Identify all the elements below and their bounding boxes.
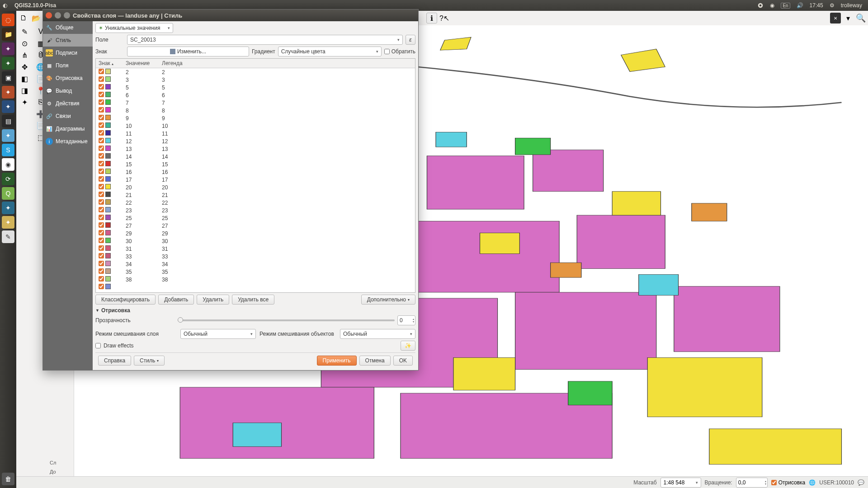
gradient-combo[interactable]: Случайные цвета xyxy=(278,47,382,56)
class-check[interactable] xyxy=(99,92,104,97)
delete-all-button[interactable]: Удалить все xyxy=(232,295,274,305)
class-check[interactable] xyxy=(99,192,104,197)
classes-table[interactable]: Знак ▴ Значение Легенда 22 33 55 66 77 8… xyxy=(95,58,415,293)
rotation-spinner[interactable]: 0,0 xyxy=(736,478,768,488)
class-check[interactable] xyxy=(99,176,104,182)
blend-layer-combo[interactable]: Обычный xyxy=(180,329,256,339)
trash-icon[interactable]: 🗑 xyxy=(2,473,14,485)
delete-class-button[interactable]: Удалить xyxy=(197,295,229,305)
class-check[interactable] xyxy=(99,115,104,120)
help-button[interactable]: Справка xyxy=(98,356,131,366)
nav-actions[interactable]: ⚙Действия xyxy=(43,97,93,110)
class-row[interactable] xyxy=(96,283,415,291)
class-check[interactable] xyxy=(99,268,104,274)
close-icon[interactable] xyxy=(46,12,52,19)
class-row[interactable]: 3131 xyxy=(96,245,415,253)
col-legend[interactable]: Легенда xyxy=(159,59,415,68)
col-sign[interactable]: Знак ▴ xyxy=(96,59,123,68)
classify-button[interactable]: Классифицировать xyxy=(95,295,156,305)
nav-diagrams[interactable]: 📊Диаграммы xyxy=(43,122,93,135)
crs-label[interactable]: USER:100010 xyxy=(819,479,854,486)
class-check[interactable] xyxy=(99,207,104,212)
symbol-change-button[interactable]: Изменить... xyxy=(127,47,249,56)
whatsthis-icon[interactable]: ?↖ xyxy=(439,13,450,23)
pencil-icon[interactable]: ✎ xyxy=(19,26,30,37)
class-check[interactable] xyxy=(99,161,104,166)
node-icon[interactable]: ⊙ xyxy=(19,38,30,49)
language-indicator[interactable]: En xyxy=(781,3,790,9)
class-check[interactable] xyxy=(99,84,104,89)
maximize-icon[interactable] xyxy=(64,12,70,19)
class-check[interactable] xyxy=(99,184,104,189)
class-row[interactable]: 66 xyxy=(96,91,415,99)
style-menu-button[interactable]: Стиль ▾ xyxy=(134,356,165,366)
class-row[interactable]: 1010 xyxy=(96,122,415,130)
render-checkbox[interactable]: Отрисовка xyxy=(771,479,806,486)
class-check[interactable] xyxy=(99,253,104,258)
renderer-type-combo[interactable]: ✶Уникальные значения xyxy=(95,23,173,33)
move-icon[interactable]: ✥ xyxy=(19,61,30,72)
dropdown-icon[interactable]: ▾ xyxy=(843,13,854,23)
chrome-icon[interactable] xyxy=(757,2,764,9)
crs-icon[interactable]: 🌐 xyxy=(809,479,816,486)
app-icon-4[interactable]: ✦ xyxy=(2,100,14,113)
nav-rendering[interactable]: 🎨Отрисовка xyxy=(43,72,93,84)
class-row[interactable]: 1616 xyxy=(96,168,415,176)
class-row[interactable]: 1212 xyxy=(96,137,415,145)
app-icon-2[interactable]: ✦ xyxy=(2,57,14,70)
app-icon-3[interactable]: ✦ xyxy=(2,86,14,99)
expression-button[interactable]: ε xyxy=(406,35,415,45)
terminal-icon[interactable]: ▣ xyxy=(2,71,14,84)
open-project-icon[interactable]: 📂 xyxy=(31,13,42,23)
class-row[interactable]: 2929 xyxy=(96,230,415,237)
nav-fields[interactable]: ▦Поля xyxy=(43,59,93,72)
class-check[interactable] xyxy=(99,276,104,282)
skype-icon[interactable]: S xyxy=(2,144,14,156)
class-row[interactable]: 99 xyxy=(96,114,415,122)
app-icon-6[interactable]: ✦ xyxy=(2,129,14,142)
class-check[interactable] xyxy=(99,169,104,174)
class-row[interactable]: 3333 xyxy=(96,253,415,260)
class-row[interactable]: 1111 xyxy=(96,130,415,137)
vertex-icon[interactable]: ⋔ xyxy=(19,50,30,61)
network-icon[interactable]: ◉ xyxy=(770,2,774,9)
class-check[interactable] xyxy=(99,138,104,143)
app-icon-7[interactable]: ⟳ xyxy=(2,173,14,185)
app-icon-8[interactable]: ✦ xyxy=(2,202,14,214)
minimize-icon[interactable] xyxy=(55,12,61,19)
class-row[interactable]: 2222 xyxy=(96,199,415,206)
tool-icon-2[interactable]: ◨ xyxy=(19,85,30,96)
class-check[interactable] xyxy=(99,230,104,235)
class-row[interactable]: 55 xyxy=(96,84,415,91)
class-check[interactable] xyxy=(99,122,104,128)
app-icon-1[interactable]: ✦ xyxy=(2,42,14,55)
class-row[interactable]: 1515 xyxy=(96,160,415,168)
class-row[interactable]: 2323 xyxy=(96,206,415,214)
nav-display[interactable]: 💬Вывод xyxy=(43,84,93,97)
class-row[interactable]: 1313 xyxy=(96,145,415,153)
transparency-spinner[interactable]: 0 xyxy=(397,315,415,325)
blend-feature-combo[interactable]: Обычный xyxy=(340,329,415,339)
advanced-button[interactable]: Дополнительно ▾ xyxy=(361,295,415,305)
draw-effects-checkbox[interactable]: Draw effects xyxy=(95,343,133,349)
scale-combo[interactable]: 1:48 548 xyxy=(660,478,701,488)
transparency-slider[interactable] xyxy=(178,319,395,321)
app-icon-5[interactable]: ▤ xyxy=(2,115,14,127)
class-row[interactable]: 1414 xyxy=(96,153,415,160)
class-check[interactable] xyxy=(99,222,104,228)
files-icon[interactable]: 📁 xyxy=(2,28,14,41)
nav-metadata[interactable]: iМетаданные xyxy=(43,135,93,148)
nav-joins[interactable]: 🔗Связи xyxy=(43,110,93,122)
class-row[interactable]: 3535 xyxy=(96,268,415,276)
ok-button[interactable]: OK xyxy=(393,356,413,366)
class-check[interactable] xyxy=(99,238,104,243)
nav-style[interactable]: 🖌Стиль xyxy=(43,34,93,47)
chrome-launcher-icon[interactable]: ◉ xyxy=(2,158,14,171)
search-icon[interactable]: 🔍 xyxy=(855,13,866,23)
tool-icon-3[interactable]: ✦ xyxy=(19,97,30,108)
class-check[interactable] xyxy=(99,153,104,159)
class-row[interactable]: 1717 xyxy=(96,176,415,183)
clock[interactable]: 17:45 xyxy=(810,2,823,9)
class-check[interactable] xyxy=(99,69,104,74)
class-check[interactable] xyxy=(99,130,104,136)
